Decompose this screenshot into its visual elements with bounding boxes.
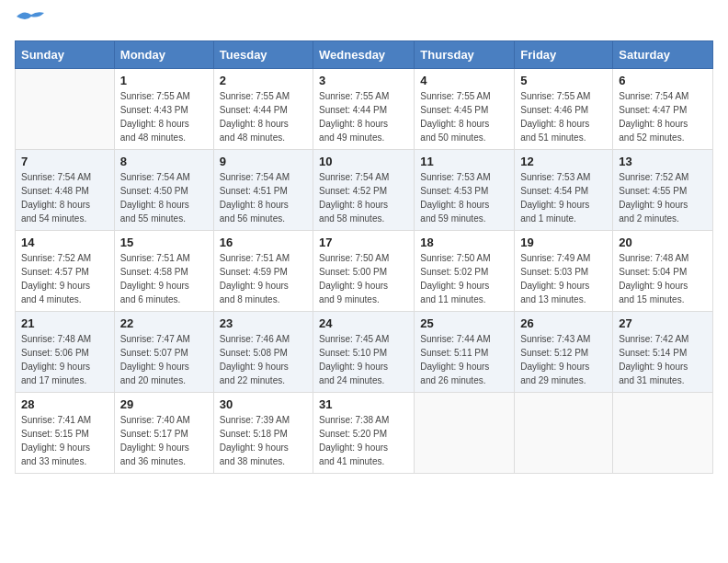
calendar-day-cell: 25Sunrise: 7:44 AM Sunset: 5:11 PM Dayli… — [415, 312, 515, 393]
day-number: 12 — [520, 155, 607, 168]
calendar-day-cell: 13Sunrise: 7:52 AM Sunset: 4:55 PM Dayli… — [613, 150, 713, 231]
calendar-week-row: 7Sunrise: 7:54 AM Sunset: 4:48 PM Daylig… — [16, 150, 713, 231]
day-info: Sunrise: 7:54 AM Sunset: 4:51 PM Dayligh… — [220, 170, 307, 225]
calendar-day-cell: 19Sunrise: 7:49 AM Sunset: 5:03 PM Dayli… — [515, 231, 613, 312]
day-info: Sunrise: 7:43 AM Sunset: 5:12 PM Dayligh… — [520, 332, 607, 387]
day-number: 3 — [319, 74, 408, 87]
calendar-day-cell: 14Sunrise: 7:52 AM Sunset: 4:57 PM Dayli… — [16, 231, 115, 312]
day-info: Sunrise: 7:52 AM Sunset: 4:55 PM Dayligh… — [619, 170, 707, 225]
day-number: 21 — [21, 316, 108, 330]
day-info: Sunrise: 7:44 AM Sunset: 5:11 PM Dayligh… — [420, 332, 508, 387]
day-info: Sunrise: 7:54 AM Sunset: 4:47 PM Dayligh… — [619, 89, 707, 144]
day-number: 10 — [319, 155, 408, 168]
calendar-day-cell: 16Sunrise: 7:51 AM Sunset: 4:59 PM Dayli… — [213, 231, 313, 312]
day-number: 18 — [420, 236, 508, 249]
calendar-day-cell: 28Sunrise: 7:41 AM Sunset: 5:15 PM Dayli… — [16, 393, 115, 474]
day-number: 17 — [319, 236, 408, 249]
calendar-day-cell: 23Sunrise: 7:46 AM Sunset: 5:08 PM Dayli… — [213, 312, 313, 393]
day-info: Sunrise: 7:39 AM Sunset: 5:18 PM Dayligh… — [220, 413, 307, 468]
calendar-day-cell: 6Sunrise: 7:54 AM Sunset: 4:47 PM Daylig… — [613, 69, 713, 150]
calendar-day-cell — [613, 393, 713, 474]
day-number: 9 — [220, 155, 307, 168]
day-number: 23 — [220, 316, 307, 330]
day-info: Sunrise: 7:40 AM Sunset: 5:17 PM Dayligh… — [120, 413, 208, 468]
calendar-day-cell: 1Sunrise: 7:55 AM Sunset: 4:43 PM Daylig… — [114, 69, 213, 150]
calendar-day-cell: 24Sunrise: 7:45 AM Sunset: 5:10 PM Dayli… — [313, 312, 415, 393]
day-info: Sunrise: 7:46 AM Sunset: 5:08 PM Dayligh… — [220, 332, 307, 387]
calendar-day-cell: 4Sunrise: 7:55 AM Sunset: 4:45 PM Daylig… — [415, 69, 515, 150]
day-info: Sunrise: 7:42 AM Sunset: 5:14 PM Dayligh… — [619, 332, 707, 387]
day-header-tuesday: Tuesday — [213, 41, 313, 69]
calendar-day-cell: 11Sunrise: 7:53 AM Sunset: 4:53 PM Dayli… — [415, 150, 515, 231]
day-info: Sunrise: 7:52 AM Sunset: 4:57 PM Dayligh… — [21, 251, 108, 306]
day-number: 11 — [420, 155, 508, 168]
day-header-friday: Friday — [515, 41, 613, 69]
calendar-day-cell: 12Sunrise: 7:53 AM Sunset: 4:54 PM Dayli… — [515, 150, 613, 231]
calendar-day-cell: 7Sunrise: 7:54 AM Sunset: 4:48 PM Daylig… — [16, 150, 115, 231]
day-number: 20 — [619, 236, 707, 249]
calendar-day-cell: 8Sunrise: 7:54 AM Sunset: 4:50 PM Daylig… — [114, 150, 213, 231]
day-number: 27 — [619, 316, 707, 330]
day-info: Sunrise: 7:55 AM Sunset: 4:43 PM Dayligh… — [120, 89, 208, 144]
day-number: 4 — [420, 74, 508, 87]
calendar-day-cell: 26Sunrise: 7:43 AM Sunset: 5:12 PM Dayli… — [515, 312, 613, 393]
day-info: Sunrise: 7:50 AM Sunset: 5:02 PM Dayligh… — [420, 251, 508, 306]
calendar-day-cell: 10Sunrise: 7:54 AM Sunset: 4:52 PM Dayli… — [313, 150, 415, 231]
day-info: Sunrise: 7:45 AM Sunset: 5:10 PM Dayligh… — [319, 332, 408, 387]
day-number: 30 — [220, 397, 307, 411]
day-number: 2 — [220, 74, 307, 87]
day-number: 16 — [220, 236, 307, 249]
day-number: 29 — [120, 397, 208, 411]
calendar-day-cell: 22Sunrise: 7:47 AM Sunset: 5:07 PM Dayli… — [114, 312, 213, 393]
calendar-day-cell: 30Sunrise: 7:39 AM Sunset: 5:18 PM Dayli… — [213, 393, 313, 474]
day-info: Sunrise: 7:53 AM Sunset: 4:54 PM Dayligh… — [520, 170, 607, 225]
day-header-thursday: Thursday — [415, 41, 515, 69]
calendar-day-cell: 27Sunrise: 7:42 AM Sunset: 5:14 PM Dayli… — [613, 312, 713, 393]
calendar-week-row: 21Sunrise: 7:48 AM Sunset: 5:06 PM Dayli… — [16, 312, 713, 393]
day-info: Sunrise: 7:38 AM Sunset: 5:20 PM Dayligh… — [319, 413, 408, 468]
calendar-table: SundayMondayTuesdayWednesdayThursdayFrid… — [15, 40, 713, 474]
day-info: Sunrise: 7:48 AM Sunset: 5:06 PM Dayligh… — [21, 332, 108, 387]
day-info: Sunrise: 7:55 AM Sunset: 4:44 PM Dayligh… — [319, 89, 408, 144]
day-info: Sunrise: 7:54 AM Sunset: 4:48 PM Dayligh… — [21, 170, 108, 225]
calendar-day-cell: 2Sunrise: 7:55 AM Sunset: 4:44 PM Daylig… — [213, 69, 313, 150]
calendar-day-cell: 21Sunrise: 7:48 AM Sunset: 5:06 PM Dayli… — [16, 312, 115, 393]
day-number: 7 — [21, 155, 108, 168]
day-number: 26 — [520, 316, 607, 330]
day-info: Sunrise: 7:47 AM Sunset: 5:07 PM Dayligh… — [120, 332, 208, 387]
logo-bird-icon — [17, 9, 44, 29]
day-number: 8 — [120, 155, 208, 168]
day-info: Sunrise: 7:55 AM Sunset: 4:45 PM Dayligh… — [420, 89, 508, 144]
day-number: 13 — [619, 155, 707, 168]
day-number: 28 — [21, 397, 108, 411]
day-info: Sunrise: 7:50 AM Sunset: 5:00 PM Dayligh… — [319, 251, 408, 306]
day-info: Sunrise: 7:55 AM Sunset: 4:46 PM Dayligh… — [520, 89, 607, 144]
day-header-monday: Monday — [114, 41, 213, 69]
calendar-day-cell — [16, 69, 115, 150]
calendar-day-cell: 9Sunrise: 7:54 AM Sunset: 4:51 PM Daylig… — [213, 150, 313, 231]
day-number: 14 — [21, 236, 108, 249]
page-header — [15, 15, 713, 29]
calendar-day-cell — [515, 393, 613, 474]
calendar-week-row: 1Sunrise: 7:55 AM Sunset: 4:43 PM Daylig… — [16, 69, 713, 150]
calendar-day-cell — [415, 393, 515, 474]
day-info: Sunrise: 7:53 AM Sunset: 4:53 PM Dayligh… — [420, 170, 508, 225]
day-number: 19 — [520, 236, 607, 249]
day-info: Sunrise: 7:51 AM Sunset: 4:59 PM Dayligh… — [220, 251, 307, 306]
calendar-day-cell: 31Sunrise: 7:38 AM Sunset: 5:20 PM Dayli… — [313, 393, 415, 474]
day-info: Sunrise: 7:55 AM Sunset: 4:44 PM Dayligh… — [220, 89, 307, 144]
calendar-week-row: 28Sunrise: 7:41 AM Sunset: 5:15 PM Dayli… — [16, 393, 713, 474]
day-header-sunday: Sunday — [16, 41, 115, 69]
day-header-wednesday: Wednesday — [313, 41, 415, 69]
day-number: 31 — [319, 397, 408, 411]
day-info: Sunrise: 7:54 AM Sunset: 4:52 PM Dayligh… — [319, 170, 408, 225]
calendar-day-cell: 20Sunrise: 7:48 AM Sunset: 5:04 PM Dayli… — [613, 231, 713, 312]
day-info: Sunrise: 7:49 AM Sunset: 5:03 PM Dayligh… — [520, 251, 607, 306]
day-info: Sunrise: 7:48 AM Sunset: 5:04 PM Dayligh… — [619, 251, 707, 306]
calendar-day-cell: 29Sunrise: 7:40 AM Sunset: 5:17 PM Dayli… — [114, 393, 213, 474]
day-number: 15 — [120, 236, 208, 249]
day-number: 5 — [520, 74, 607, 87]
calendar-day-cell: 3Sunrise: 7:55 AM Sunset: 4:44 PM Daylig… — [313, 69, 415, 150]
day-header-saturday: Saturday — [613, 41, 713, 69]
day-info: Sunrise: 7:54 AM Sunset: 4:50 PM Dayligh… — [120, 170, 208, 225]
